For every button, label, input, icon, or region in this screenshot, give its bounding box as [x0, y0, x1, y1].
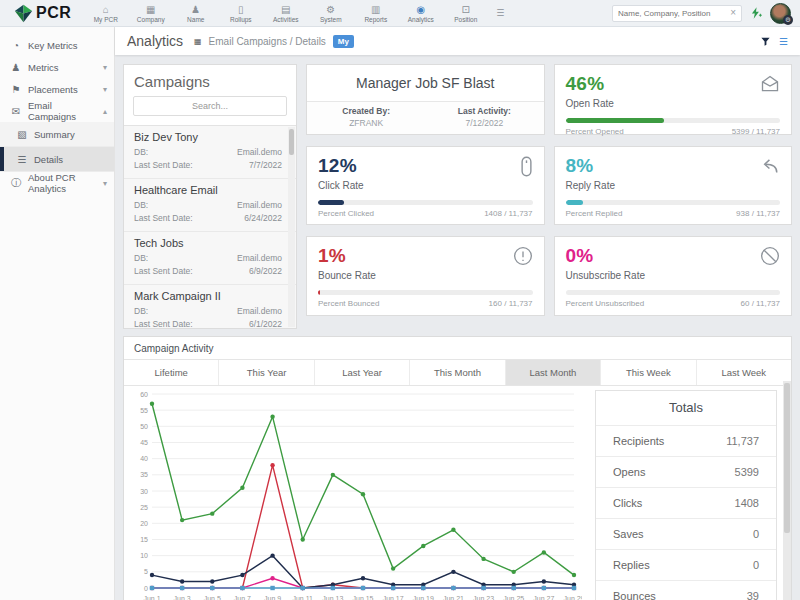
data-point-saves-replies[interactable] [542, 586, 546, 590]
open-rate-card[interactable]: 46%Open RatePercent Opened5399 / 11,737 [554, 64, 793, 135]
data-point-opens[interactable] [391, 566, 395, 570]
tab-last-month[interactable]: Last Month [506, 360, 601, 385]
data-point-saves-replies[interactable] [361, 586, 365, 590]
data-point-opens[interactable] [421, 544, 425, 548]
tab-lifetime[interactable]: Lifetime [124, 360, 219, 385]
bounce-rate-card[interactable]: 1%Bounce RatePercent Bounced160 / 11,737 [306, 236, 545, 316]
data-point-saves-replies[interactable] [301, 586, 305, 590]
thumbs-up-icon: ⚑ [10, 84, 22, 95]
tab-last-year[interactable]: Last Year [315, 360, 410, 385]
filter-icon[interactable] [760, 36, 771, 47]
tab-this-week[interactable]: This Week [601, 360, 696, 385]
data-point-unsubscribes[interactable] [270, 576, 274, 580]
data-point-saves-replies[interactable] [572, 586, 576, 590]
breadcrumb: Analytics ▦ Email Campaigns / Details My… [115, 27, 800, 55]
data-point-clicks[interactable] [150, 573, 154, 577]
data-point-opens[interactable] [270, 414, 274, 418]
rate-footer-label: Percent Unsubscribed [566, 299, 645, 308]
search-clear-icon[interactable]: × [730, 8, 736, 18]
campaign-list-item[interactable]: Mark Campaign IIDB:Email.demoLast Sent D… [124, 285, 296, 328]
data-point-opens[interactable] [451, 528, 455, 532]
nav-item-name[interactable]: ♟Name [173, 0, 218, 26]
data-point-clicks[interactable] [542, 579, 546, 583]
campaigns-search-input[interactable] [133, 96, 287, 116]
sidebar-item-placements[interactable]: ⚑Placements▾ [0, 78, 114, 100]
campaign-item-date-row: Last Sent Date:6/1/2022 [134, 318, 282, 328]
user-avatar[interactable]: ⚙ [770, 3, 791, 24]
tab-this-year[interactable]: This Year [219, 360, 314, 385]
menu-icon[interactable]: ☰ [496, 8, 504, 18]
reply-rate-card[interactable]: 8%Reply RatePercent Replied938 / 11,737 [554, 146, 793, 225]
campaigns-scrollbar[interactable] [288, 127, 295, 327]
last-sent-value: 7/7/2022 [249, 159, 282, 172]
data-point-opens[interactable] [331, 473, 335, 477]
data-point-opens[interactable] [361, 492, 365, 496]
data-point-opens[interactable] [542, 550, 546, 554]
data-point-saves-replies[interactable] [451, 586, 455, 590]
campaign-summary-card[interactable]: Manager Job SF Blast Created By: ZFRANK … [306, 64, 545, 135]
data-point-clicks[interactable] [180, 579, 184, 583]
data-point-saves-replies[interactable] [270, 586, 274, 590]
campaign-list-item[interactable]: Biz Dev TonyDB:Email.demoLast Sent Date:… [124, 126, 296, 179]
sidebar-item-details[interactable]: ☰Details [0, 147, 114, 172]
campaign-item-date-row: Last Sent Date:7/7/2022 [134, 159, 282, 172]
sidebar-item-metrics[interactable]: ♟Metrics▾ [0, 56, 114, 78]
last-sent-value: 6/9/2022 [249, 265, 282, 278]
data-point-saves-replies[interactable] [180, 586, 184, 590]
campaign-list-item[interactable]: Healthcare EmailDB:Email.demoLast Sent D… [124, 179, 296, 232]
data-point-saves-replies[interactable] [391, 586, 395, 590]
global-search-input[interactable] [618, 9, 730, 18]
x-tick-label: Jun 15 [352, 595, 373, 600]
sidebar-item-summary[interactable]: ▧Summary [0, 122, 114, 147]
panel-scrollbar[interactable] [783, 381, 791, 600]
campaign-list-item[interactable]: Tech JobsDB:Email.demoLast Sent Date:6/9… [124, 232, 296, 285]
nav-item-system[interactable]: ⚙System [308, 0, 353, 26]
sidebar-item-label: Metrics [28, 62, 59, 73]
data-point-clicks[interactable] [210, 579, 214, 583]
bolt-icon[interactable] [749, 5, 763, 21]
data-point-clicks[interactable] [361, 576, 365, 580]
sidebar-item-about-pcr-analytics[interactable]: ⓘAbout PCR Analytics▾ [0, 172, 114, 194]
data-point-bounces[interactable] [270, 463, 274, 467]
data-point-saves-replies[interactable] [331, 586, 335, 590]
campaigns-scrollbar-thumb[interactable] [289, 129, 294, 155]
data-point-saves-replies[interactable] [150, 586, 154, 590]
data-point-clicks[interactable] [240, 573, 244, 577]
db-value: Email.demo [237, 199, 282, 212]
data-point-opens[interactable] [150, 402, 154, 406]
data-point-saves-replies[interactable] [481, 586, 485, 590]
data-point-clicks[interactable] [270, 553, 274, 557]
data-point-opens[interactable] [240, 486, 244, 490]
list-icon: ☰ [16, 154, 28, 165]
nav-item-rollups[interactable]: ▯Rollups [218, 0, 263, 26]
data-point-opens[interactable] [481, 557, 485, 561]
click-rate-card[interactable]: 12%Click RatePercent Clicked1408 / 11,73… [306, 146, 545, 225]
sort-menu-icon[interactable]: ☰ [779, 36, 788, 47]
sidebar-item-email-campaigns[interactable]: ✉Email Campaigns▴ [0, 100, 114, 122]
totals-row-label: Opens [613, 466, 645, 478]
tab-last-week[interactable]: Last Week [697, 360, 791, 385]
unsubscribe-rate-card[interactable]: 0%Unsubscribe RatePercent Unsubscribed60… [554, 236, 793, 316]
campaigns-list: Biz Dev TonyDB:Email.demoLast Sent Date:… [124, 125, 296, 328]
data-point-saves-replies[interactable] [210, 586, 214, 590]
nav-item-reports[interactable]: ▥Reports [353, 0, 398, 26]
my-badge[interactable]: My [333, 35, 354, 48]
nav-item-activities[interactable]: ▤Activities [263, 0, 308, 26]
data-point-clicks[interactable] [451, 570, 455, 574]
pcr-logo[interactable]: PCR [0, 4, 83, 23]
nav-item-analytics[interactable]: ◉Analytics [398, 0, 443, 26]
rate-progress-track [318, 290, 533, 295]
nav-item-my-pcr[interactable]: ⌂My PCR [83, 0, 128, 26]
data-point-opens[interactable] [210, 511, 214, 515]
tab-this-month[interactable]: This Month [410, 360, 505, 385]
data-point-opens[interactable] [180, 518, 184, 522]
data-point-saves-replies[interactable] [421, 586, 425, 590]
data-point-saves-replies[interactable] [240, 586, 244, 590]
data-point-opens[interactable] [572, 573, 576, 577]
nav-item-company[interactable]: ▦Company [128, 0, 173, 26]
data-point-opens[interactable] [512, 570, 516, 574]
data-point-saves-replies[interactable] [512, 586, 516, 590]
nav-item-position[interactable]: ⊡Position [443, 0, 488, 26]
sidebar-item-key-metrics[interactable]: ◔Key Metrics [0, 34, 114, 56]
data-point-opens[interactable] [301, 537, 305, 541]
